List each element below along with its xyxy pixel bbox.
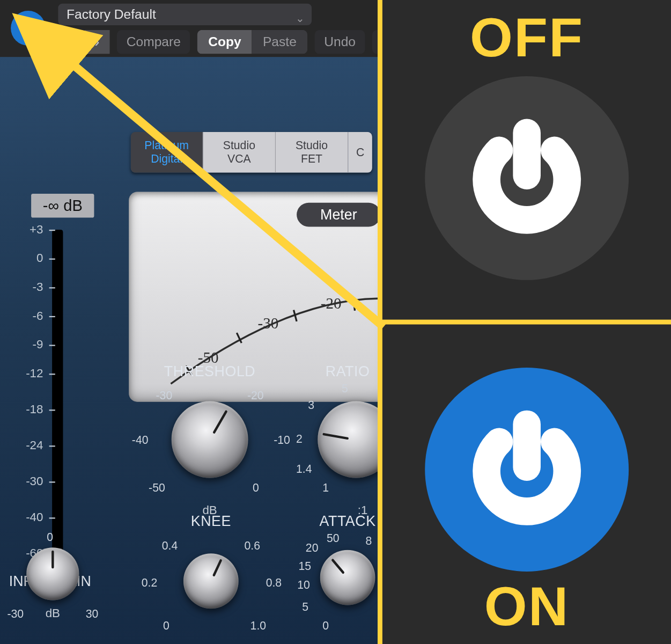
on-panel: ON	[382, 325, 671, 644]
tick-label: 5	[342, 382, 348, 396]
input-gain-strip: -∞ dB +30-3-6-9-12-18-24-30-40-60	[14, 194, 98, 566]
scale-label: -40	[16, 510, 43, 524]
gain-slider[interactable]	[52, 230, 63, 560]
attack-label: ATTACK	[294, 513, 378, 529]
tick-label: 1.4	[296, 463, 312, 476]
power-on-example	[425, 367, 629, 571]
tick-label: 1	[322, 481, 329, 495]
scale-label: -18	[16, 402, 43, 416]
tick-label: 2	[296, 433, 303, 446]
mode-label: Platinum	[144, 139, 189, 152]
scale-label: -3	[16, 280, 43, 294]
power-off-example	[425, 76, 629, 280]
plugin-topbar: Factory Default ⌄ ‹ › Compare Copy Paste…	[0, 0, 378, 57]
prev-preset-button[interactable]: ‹	[58, 30, 83, 54]
paste-button[interactable]: Paste	[252, 30, 307, 54]
tick-label: 8	[366, 535, 372, 548]
tick-label: 15	[298, 560, 311, 573]
svg-text:-30: -30	[257, 314, 278, 332]
attack-knob[interactable]	[320, 550, 375, 605]
mode-label: Studio	[223, 139, 255, 152]
power-button[interactable]	[11, 11, 46, 46]
tick-label: 30	[86, 608, 99, 621]
power-icon	[464, 406, 590, 532]
undo-button[interactable]: Undo	[314, 30, 365, 54]
power-icon	[464, 115, 590, 241]
tick-label: 0.4	[162, 539, 178, 553]
scale-tick	[49, 445, 55, 447]
scale-label: -30	[16, 474, 43, 488]
mode-platinum-digital[interactable]: Platinum Digital	[131, 132, 203, 173]
power-state-comparison: OFF ON	[382, 0, 671, 644]
scale-tick	[49, 259, 55, 260]
redo-button[interactable]: Re	[372, 30, 378, 54]
mode-label: Digital	[151, 152, 182, 165]
scale-tick	[49, 230, 55, 231]
scale-label: 0	[16, 251, 43, 265]
scale-label: +3	[16, 223, 43, 237]
tick-label: 1.0	[250, 619, 267, 633]
svg-text:-20: -20	[321, 295, 342, 312]
off-panel: OFF	[382, 0, 671, 320]
gain-readout: -∞ dB	[31, 194, 94, 218]
scale-tick	[49, 316, 55, 317]
tick-label: 50	[327, 532, 340, 545]
mode-extra[interactable]: C	[348, 132, 372, 173]
tick-label: -20	[247, 389, 264, 402]
ratio-label: RATIO	[294, 363, 378, 379]
knee-label: KNEE	[145, 513, 277, 529]
tick-label: 0	[163, 619, 169, 633]
next-preset-button[interactable]: ›	[85, 30, 110, 54]
plugin-window: Factory Default ⌄ ‹ › Compare Copy Paste…	[0, 0, 378, 644]
scale-label: -9	[16, 338, 43, 352]
tick-label: 0	[47, 531, 53, 544]
tick-label: -30	[7, 608, 24, 621]
scale-tick	[49, 409, 55, 411]
tick-label: -30	[156, 389, 173, 402]
scale-tick	[49, 517, 55, 518]
tick-label: 0	[253, 481, 259, 495]
knee-knob[interactable]	[183, 553, 239, 609]
preset-dropdown[interactable]: Factory Default ⌄	[58, 4, 312, 25]
tick-label: 20	[306, 541, 319, 555]
plugin-body: Platinum Digital Studio VCA Studio FET C…	[0, 57, 378, 644]
scale-label: -12	[16, 367, 43, 380]
topbar-controls: ‹ › Compare Copy Paste Undo Re	[58, 30, 378, 54]
mode-studio-fet[interactable]: Studio FET	[276, 132, 348, 173]
mode-tabs: Platinum Digital Studio VCA Studio FET C	[131, 132, 372, 173]
input-gain-knob[interactable]	[26, 547, 79, 600]
power-icon	[18, 18, 39, 39]
mode-label: C	[356, 146, 364, 159]
ratio-knob[interactable]	[318, 401, 378, 478]
chevron-down-icon: ⌄	[296, 8, 305, 30]
svg-line-3	[353, 298, 355, 310]
tick-label: 3	[308, 399, 314, 412]
tick-label: 5	[302, 601, 308, 614]
tick-label: 10	[297, 579, 310, 592]
tick-label: 0	[322, 619, 329, 633]
mode-studio-vca[interactable]: Studio VCA	[203, 132, 276, 173]
tick-label: 0.2	[142, 576, 158, 590]
scale-tick	[49, 374, 55, 375]
tick-label: -10	[274, 434, 290, 447]
scale-tick	[49, 287, 55, 288]
tick-label: -40	[132, 434, 149, 447]
threshold-label: THRESHOLD	[138, 363, 282, 379]
tick-label: -50	[149, 481, 165, 495]
tick-label: 0.8	[266, 576, 282, 590]
off-label: OFF	[470, 6, 584, 69]
copy-button[interactable]: Copy	[197, 30, 252, 54]
unit-label: ms	[323, 641, 378, 644]
scale-tick	[49, 345, 55, 346]
on-label: ON	[484, 575, 570, 638]
scale-label: -6	[16, 309, 43, 323]
mode-label: Studio	[296, 139, 328, 152]
meter-button[interactable]: Meter	[297, 203, 378, 227]
scale-tick	[49, 481, 55, 482]
preset-name: Factory Default	[67, 6, 156, 21]
scale-label: -24	[16, 438, 43, 452]
compare-button[interactable]: Compare	[117, 30, 190, 54]
threshold-knob[interactable]	[172, 401, 248, 478]
tick-label: 0.6	[244, 539, 260, 553]
mode-label: VCA	[227, 152, 251, 165]
